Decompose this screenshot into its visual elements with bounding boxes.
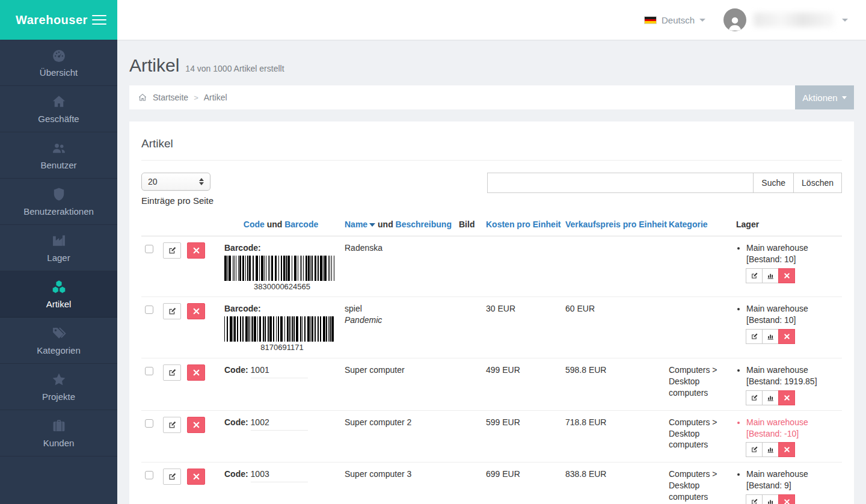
code-value-editable[interactable]: 1003 xyxy=(251,469,308,482)
sort-code-link[interactable]: Code xyxy=(244,220,265,229)
edit-article-button[interactable] xyxy=(163,364,181,381)
stock-history-chart-button[interactable] xyxy=(762,268,779,283)
delete-article-button[interactable] xyxy=(187,364,205,381)
sidebar-item-lager[interactable]: Lager xyxy=(0,225,117,271)
search-input[interactable] xyxy=(487,173,754,193)
edit-stock-button[interactable] xyxy=(746,268,763,283)
pencil-square-icon xyxy=(168,307,177,316)
row-checkbox[interactable] xyxy=(145,471,153,479)
breadcrumb-separator: > xyxy=(194,93,198,102)
code-barcode-cell: Code: 1002 xyxy=(221,410,341,463)
delete-stock-button[interactable] xyxy=(778,329,795,344)
delete-stock-button[interactable] xyxy=(778,390,795,405)
edit-article-button[interactable] xyxy=(163,417,181,433)
code-barcode-cell: Code: 1003 xyxy=(221,463,341,504)
sidebar-item-kategorien[interactable]: Kategorien xyxy=(0,318,117,364)
category-cell xyxy=(665,297,732,358)
pencil-square-icon xyxy=(168,420,177,429)
stock-history-chart-button[interactable] xyxy=(762,494,779,504)
per-page-control: 20 Einträge pro Seite xyxy=(141,173,213,206)
edit-stock-button[interactable] xyxy=(746,390,763,405)
bar-chart-icon xyxy=(767,333,775,340)
hamburger-menu-icon[interactable] xyxy=(92,15,106,25)
cubes-icon xyxy=(51,279,67,295)
delete-article-button[interactable] xyxy=(187,417,205,433)
edit-article-button[interactable] xyxy=(163,242,181,259)
row-checkbox[interactable] xyxy=(145,245,153,253)
sidebar-item-benutzeraktionen[interactable]: Benutzeraktionen xyxy=(0,179,117,225)
lager-cell: Main warehouse [Bestand: 1919.85] xyxy=(732,358,842,410)
page-title: Artikel xyxy=(129,55,179,76)
warehouse-stock: [Bestand: 10] xyxy=(746,254,796,264)
x-icon xyxy=(783,446,791,453)
edit-article-button[interactable] xyxy=(163,469,181,485)
article-name: Radenska xyxy=(345,242,452,254)
clear-search-button[interactable]: Löschen xyxy=(793,173,842,193)
per-page-select[interactable]: 20 xyxy=(141,173,210,191)
user-menu[interactable] xyxy=(723,8,848,31)
article-name: Super computer 3 xyxy=(345,469,452,480)
tags-icon xyxy=(51,325,67,341)
row-checkbox[interactable] xyxy=(145,306,153,314)
topbar-right: Deutsch xyxy=(117,0,866,40)
warehouse-name: Main warehouse xyxy=(746,469,808,479)
delete-article-button[interactable] xyxy=(187,303,205,319)
sort-kategorie-link[interactable]: Kategorie xyxy=(669,220,708,229)
sort-kosten-link[interactable]: Kosten pro Einheit xyxy=(486,220,560,229)
stock-history-chart-button[interactable] xyxy=(762,442,779,457)
sidebar-item-gesch-fte[interactable]: Geschäfte xyxy=(0,86,117,132)
search-group: Suche Löschen xyxy=(487,173,842,193)
pencil-square-icon xyxy=(751,272,758,280)
cost-cell xyxy=(482,236,562,297)
code-value-editable[interactable]: 1001 xyxy=(251,364,308,378)
sidebar-item-benutzer[interactable]: Benutzer xyxy=(0,132,117,179)
x-icon xyxy=(192,246,201,255)
price-cell xyxy=(562,236,665,297)
name-cell: Super computer xyxy=(341,358,455,410)
sort-direction-icon xyxy=(369,223,375,227)
edit-stock-button[interactable] xyxy=(746,494,763,504)
code-value-editable[interactable]: 1002 xyxy=(251,417,308,431)
bar-chart-icon xyxy=(767,394,775,402)
name-cell: Super computer 2 xyxy=(341,410,455,463)
sort-name-link[interactable]: Name xyxy=(345,220,367,229)
sort-verkaufspreis-link[interactable]: Verkaufspreis pro Einheit xyxy=(565,220,667,229)
col-header-lager: Lager xyxy=(732,214,842,236)
sidebar-item-projekte[interactable]: Projekte xyxy=(0,364,117,410)
stock-history-chart-button[interactable] xyxy=(762,390,779,405)
edit-stock-button[interactable] xyxy=(746,329,763,344)
delete-article-button[interactable] xyxy=(187,469,205,485)
sort-barcode-link[interactable]: Barcode xyxy=(284,220,318,229)
delete-stock-button[interactable] xyxy=(778,442,795,457)
language-selector[interactable]: Deutsch xyxy=(644,15,705,25)
sidebar-item--bersicht[interactable]: Übersicht xyxy=(0,40,117,86)
edit-article-button[interactable] xyxy=(163,303,181,319)
sort-beschreibung-link[interactable]: Beschreibung xyxy=(396,220,452,229)
bar-chart-icon xyxy=(767,498,775,504)
article-name: Super computer 2 xyxy=(345,417,452,428)
warehouse-name: Main warehouse xyxy=(746,417,808,427)
sidebar-item-artikel[interactable]: Artikel xyxy=(0,271,117,318)
search-button[interactable]: Suche xyxy=(753,173,794,193)
warehouse-stock: [Bestand: 10] xyxy=(746,315,796,325)
shield-icon xyxy=(51,186,67,202)
select-arrows-icon xyxy=(199,178,204,185)
bild-cell xyxy=(455,358,482,410)
breadcrumb-link-home[interactable]: Startseite xyxy=(153,93,188,102)
delete-stock-button[interactable] xyxy=(778,268,795,283)
sidebar-item-kunden[interactable]: Kunden xyxy=(0,410,117,456)
delete-article-button[interactable] xyxy=(187,242,205,259)
edit-stock-button[interactable] xyxy=(746,442,763,457)
row-checkbox[interactable] xyxy=(145,367,153,375)
col-header-kosten: Kosten pro Einheit xyxy=(482,214,562,236)
articles-panel: Artikel 20 Einträge pro Seite Suche Lösc… xyxy=(129,121,854,504)
stock-history-chart-button[interactable] xyxy=(762,329,779,344)
sidebar: Übersicht Geschäfte Benutzer Benutzerakt… xyxy=(0,40,117,504)
bar-chart-icon xyxy=(767,272,775,280)
row-checkbox[interactable] xyxy=(145,419,153,428)
breadcrumb-row: Startseite > Artikel Aktionen xyxy=(129,85,854,109)
table-row: Barcode: 8170691171 spiel Pandemic 30 EU… xyxy=(141,297,842,358)
actions-button[interactable]: Aktionen xyxy=(795,85,854,109)
table-header-row: Code und Barcode Name und Beschreibung B… xyxy=(141,214,842,236)
delete-stock-button[interactable] xyxy=(778,494,795,504)
